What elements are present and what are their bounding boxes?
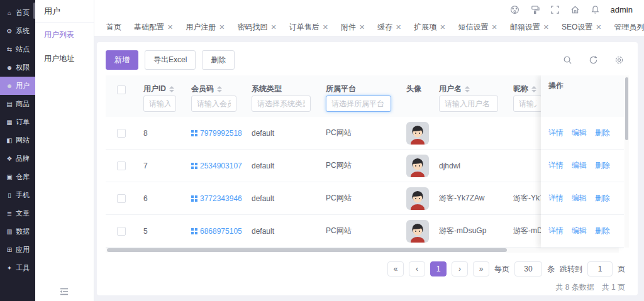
tab-close-icon[interactable]: ✕ — [440, 24, 445, 31]
refresh-icon[interactable] — [589, 55, 598, 65]
sidebar-item[interactable]: ▣ 仓库 — [0, 168, 35, 186]
detail-link[interactable]: 详情 — [548, 128, 564, 138]
edit-link[interactable]: 编辑 — [572, 160, 587, 171]
sort-arrows-icon[interactable] — [169, 86, 174, 92]
sort-arrows-icon[interactable] — [531, 86, 536, 92]
page-button[interactable]: » — [473, 261, 489, 276]
page-tab[interactable]: 附件 ✕ — [335, 20, 370, 35]
select-all-checkbox[interactable] — [117, 85, 126, 94]
tab-close-icon[interactable]: ✕ — [219, 24, 225, 31]
fullscreen-icon[interactable] — [550, 5, 560, 14]
sidebar-item[interactable]: ⊞ 应用 — [0, 241, 35, 259]
page-button[interactable]: › — [452, 261, 468, 276]
sidebar-item[interactable]: ☻ 用户 — [0, 77, 35, 95]
column-header[interactable]: 系统类型 — [245, 84, 319, 94]
filter-input[interactable] — [439, 96, 498, 112]
theme-icon[interactable] — [530, 5, 540, 14]
member-code-link[interactable]: 7979992518 — [200, 129, 242, 138]
tab-close-icon[interactable]: ✕ — [543, 24, 549, 31]
palette-icon[interactable] — [510, 5, 519, 14]
filter-input[interactable] — [513, 96, 542, 112]
column-header[interactable]: 用户ID — [137, 84, 185, 94]
avatar[interactable] — [406, 187, 429, 210]
sidebar-item[interactable]: ▤ 商品 — [0, 95, 35, 113]
row-checkbox[interactable] — [117, 129, 126, 138]
horizontal-scrollbar-thumb[interactable] — [107, 248, 507, 252]
sidebar-item[interactable]: ☻ 权限 — [0, 58, 35, 77]
member-code-cell[interactable]: 3772343946 — [185, 194, 245, 203]
member-code-link[interactable]: 2534903107 — [200, 161, 242, 170]
page-tab[interactable]: 订单售后 ✕ — [284, 20, 334, 35]
add-button[interactable]: 新增 — [106, 50, 138, 70]
edit-link[interactable]: 编辑 — [572, 193, 587, 204]
page-tab[interactable]: SEO设置 ✕ — [556, 20, 608, 35]
page-tab[interactable]: 扩展项 ✕ — [408, 20, 451, 35]
detail-link[interactable]: 详情 — [548, 193, 564, 204]
filter-input[interactable] — [326, 96, 391, 112]
page-tab[interactable]: 密码找回 ✕ — [231, 20, 282, 35]
sidebar-item[interactable]: ⇆ 站点 — [0, 40, 35, 58]
delete-link[interactable]: 删除 — [595, 128, 610, 138]
column-header[interactable]: 会员码 — [185, 84, 245, 94]
tab-close-icon[interactable]: ✕ — [167, 24, 173, 31]
page-tab[interactable]: 用户注册 ✕ — [180, 20, 230, 35]
vertical-scrollbar-thumb[interactable] — [625, 77, 628, 140]
sidebar-item[interactable]: ▥ 数据 — [0, 222, 35, 241]
tab-close-icon[interactable]: ✕ — [359, 24, 365, 31]
tab-close-icon[interactable]: ✕ — [323, 24, 328, 31]
sidebar-item[interactable]: ⌂ 首页 — [0, 4, 35, 22]
export-excel-button[interactable]: 导出Excel — [145, 50, 196, 70]
avatar[interactable] — [406, 122, 429, 145]
submenu-item[interactable]: 用户地址 — [35, 47, 94, 70]
jump-page-input[interactable] — [587, 261, 613, 276]
member-code-cell[interactable]: 7979992518 — [185, 129, 245, 138]
member-code-cell[interactable]: 6868975105 — [185, 227, 245, 236]
row-checkbox[interactable] — [117, 227, 126, 236]
home-icon[interactable] — [570, 5, 580, 14]
detail-link[interactable]: 详情 — [548, 226, 564, 236]
submenu-item[interactable]: 用户列表 — [35, 23, 94, 47]
settings-icon[interactable] — [614, 55, 624, 65]
edit-link[interactable]: 编辑 — [572, 226, 587, 236]
search-icon[interactable] — [563, 55, 572, 65]
member-code-link[interactable]: 3772343946 — [200, 194, 242, 203]
sort-arrows-icon[interactable] — [465, 86, 470, 92]
tab-close-icon[interactable]: ✕ — [492, 24, 497, 31]
sidebar-item[interactable]: ▦ 订单 — [0, 113, 35, 131]
delete-link[interactable]: 删除 — [595, 160, 610, 171]
row-checkbox[interactable] — [117, 161, 126, 170]
sidebar-item[interactable]: ❖ 品牌 — [0, 150, 35, 168]
column-header[interactable]: 头像 — [400, 84, 433, 94]
sidebar-item[interactable]: ◧ 网站 — [0, 131, 35, 150]
avatar[interactable] — [406, 220, 429, 243]
filter-input[interactable] — [252, 96, 311, 112]
page-tab[interactable]: 首页 — [101, 20, 127, 35]
delete-button[interactable]: 删除 — [202, 50, 235, 70]
tab-close-icon[interactable]: ✕ — [396, 24, 401, 31]
page-button[interactable]: 1 — [430, 261, 447, 276]
filter-input[interactable] — [191, 96, 236, 112]
filter-input[interactable] — [143, 96, 176, 112]
page-tab[interactable]: 邮箱设置 ✕ — [504, 20, 555, 35]
page-button[interactable]: « — [387, 261, 404, 276]
user-menu[interactable]: admin — [611, 5, 633, 14]
detail-link[interactable]: 详情 — [548, 160, 564, 171]
sidebar-item[interactable]: ▯ 手机 — [0, 186, 35, 204]
tab-close-icon[interactable]: ✕ — [270, 24, 276, 31]
column-header[interactable]: 用户名 — [433, 84, 507, 94]
avatar[interactable] — [406, 155, 429, 177]
member-code-link[interactable]: 6868975105 — [200, 227, 242, 236]
vertical-scrollbar[interactable] — [625, 75, 629, 248]
sidebar-item[interactable]: ≣ 文章 — [0, 204, 35, 222]
page-tab[interactable]: 缓存 ✕ — [372, 20, 407, 35]
delete-link[interactable]: 删除 — [595, 226, 610, 236]
row-checkbox[interactable] — [117, 194, 126, 203]
page-tab[interactable]: 短信设置 ✕ — [453, 20, 503, 35]
horizontal-scrollbar[interactable] — [106, 248, 619, 253]
page-tab[interactable]: 基础配置 ✕ — [128, 20, 179, 35]
member-code-cell[interactable]: 2534903107 — [185, 161, 245, 170]
delete-link[interactable]: 删除 — [595, 193, 610, 204]
tab-close-icon[interactable]: ✕ — [596, 24, 601, 31]
edit-link[interactable]: 编辑 — [572, 128, 587, 138]
page-tab[interactable]: 管理员列表 ✕ — [609, 20, 644, 35]
